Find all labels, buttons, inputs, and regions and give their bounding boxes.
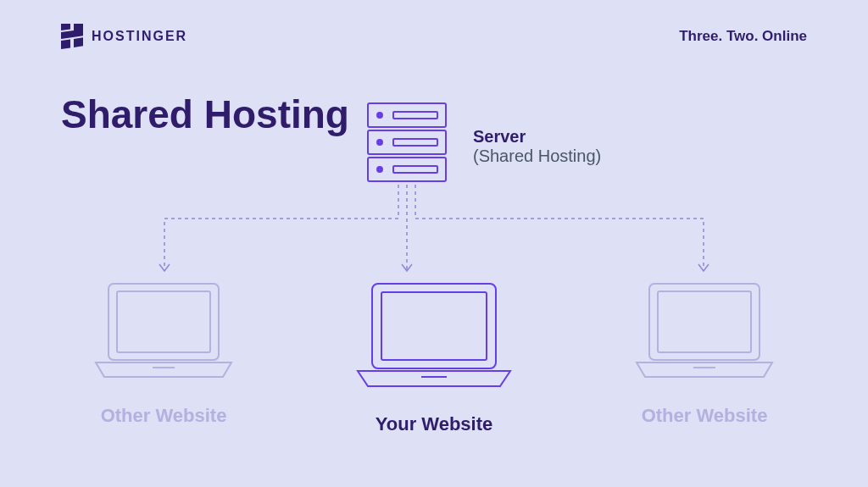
- svg-rect-12: [372, 284, 496, 368]
- svg-rect-13: [381, 292, 487, 360]
- laptop-icon: [353, 279, 515, 390]
- brand-logo: HOSTINGER: [61, 24, 187, 49]
- laptop-label-left: Other Website: [101, 405, 227, 427]
- server-label-title: Server: [473, 127, 601, 147]
- hostinger-logo-icon: [61, 24, 83, 49]
- svg-point-3: [377, 113, 382, 118]
- server-icon: [366, 102, 448, 185]
- laptops-row: Other Website Your Website Other Website: [0, 279, 868, 435]
- laptop-label-center: Your Website: [376, 413, 493, 435]
- tagline: Three. Two. Online: [679, 28, 807, 45]
- server-label-sub: (Shared Hosting): [473, 147, 601, 166]
- server-label: Server (Shared Hosting): [473, 127, 601, 166]
- laptop-left: Other Website: [92, 279, 236, 435]
- laptop-icon: [632, 279, 776, 381]
- svg-rect-8: [393, 166, 437, 173]
- connection-lines: [0, 185, 868, 286]
- laptop-icon: [92, 279, 236, 381]
- svg-rect-15: [649, 284, 760, 360]
- svg-rect-10: [117, 291, 210, 352]
- laptop-right: Other Website: [632, 279, 776, 435]
- svg-point-4: [377, 140, 382, 145]
- brand-name: HOSTINGER: [92, 29, 187, 44]
- svg-point-5: [377, 167, 382, 172]
- laptop-center: Your Website: [353, 279, 515, 435]
- laptop-label-right: Other Website: [642, 405, 768, 427]
- svg-rect-16: [658, 291, 751, 352]
- svg-rect-9: [108, 284, 219, 360]
- svg-rect-7: [393, 139, 437, 146]
- svg-rect-6: [393, 112, 437, 119]
- page-title: Shared Hosting: [61, 91, 349, 137]
- header: HOSTINGER Three. Two. Online: [0, 0, 868, 49]
